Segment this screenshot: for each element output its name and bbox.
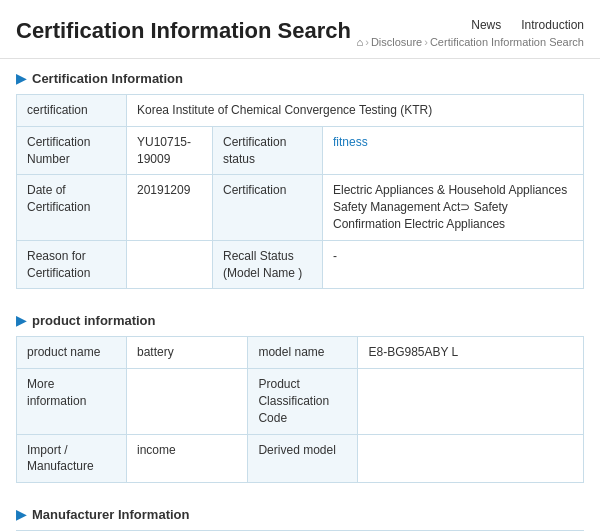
recall-status-value: -	[323, 240, 584, 289]
breadcrumb-disclosure[interactable]: Disclosure	[371, 36, 422, 48]
cert-status-label: Certification status	[213, 126, 323, 175]
home-icon: ⌂	[357, 36, 364, 48]
section-arrow-icon: ▶	[16, 71, 26, 86]
cert-reason-value	[127, 240, 213, 289]
page-header: Certification Information Search News In…	[0, 0, 600, 59]
product-section: ▶ product information product name batte…	[0, 301, 600, 493]
derived-model-label: Derived model	[248, 434, 358, 483]
certification-section-title: ▶ Certification Information	[16, 71, 584, 86]
header-navigation: News Introduction ⌂ › Disclosure › Certi…	[357, 18, 584, 48]
classification-code-value	[358, 369, 584, 434]
more-info-value	[127, 369, 248, 434]
nav-links: News Introduction	[471, 18, 584, 32]
cert-date-value: 20191209	[127, 175, 213, 240]
product-table: product name battery model name E8-BG985…	[16, 336, 584, 483]
derived-model-value	[358, 434, 584, 483]
cert-status-value: fitness	[323, 126, 584, 175]
cert-number-value: YU10715-19009	[127, 126, 213, 175]
certification-section: ▶ Certification Information certificatio…	[0, 59, 600, 299]
breadcrumb-current: Certification Information Search	[430, 36, 584, 48]
product-section-title: ▶ product information	[16, 313, 584, 328]
section-arrow-icon: ▶	[16, 313, 26, 328]
table-row: Import /Manufacture income Derived model	[17, 434, 584, 483]
section-arrow-icon: ▶	[16, 507, 26, 522]
cert-value-1: Korea Institute of Chemical Convergence …	[127, 95, 584, 127]
product-name-value: battery	[127, 337, 248, 369]
cert-type-label: Certification	[213, 175, 323, 240]
import-manufacture-label: Import /Manufacture	[17, 434, 127, 483]
classification-code-label: ProductClassification Code	[248, 369, 358, 434]
manufacturer-section-title: ▶ Manufacturer Information	[16, 507, 584, 522]
more-info-label: More information	[17, 369, 127, 434]
product-name-label: product name	[17, 337, 127, 369]
cert-date-label: Date ofCertification	[17, 175, 127, 240]
cert-number-label: CertificationNumber	[17, 126, 127, 175]
import-manufacture-value: income	[127, 434, 248, 483]
cert-label-1: certification	[17, 95, 127, 127]
table-row: More information ProductClassification C…	[17, 369, 584, 434]
breadcrumb-separator-1: ›	[365, 36, 369, 48]
model-name-label: model name	[248, 337, 358, 369]
table-row: Date ofCertification 20191209 Certificat…	[17, 175, 584, 240]
breadcrumb: ⌂ › Disclosure › Certification Informati…	[357, 36, 584, 48]
page-title: Certification Information Search	[16, 18, 357, 44]
recall-status-label: Recall Status(Model Name )	[213, 240, 323, 289]
cert-type-value: Electric Appliances & Household Applianc…	[323, 175, 584, 240]
table-row: certification Korea Institute of Chemica…	[17, 95, 584, 127]
breadcrumb-separator-2: ›	[424, 36, 428, 48]
model-name-value: E8-BG985ABY L	[358, 337, 584, 369]
news-link[interactable]: News	[471, 18, 501, 32]
table-row: CertificationNumber YU10715-19009 Certif…	[17, 126, 584, 175]
introduction-link[interactable]: Introduction	[521, 18, 584, 32]
table-row: Reason forCertification Recall Status(Mo…	[17, 240, 584, 289]
cert-reason-label: Reason forCertification	[17, 240, 127, 289]
table-row: product name battery model name E8-BG985…	[17, 337, 584, 369]
certification-table: certification Korea Institute of Chemica…	[16, 94, 584, 289]
manufacturer-section: ▶ Manufacturer Information manufacturer …	[0, 495, 600, 531]
